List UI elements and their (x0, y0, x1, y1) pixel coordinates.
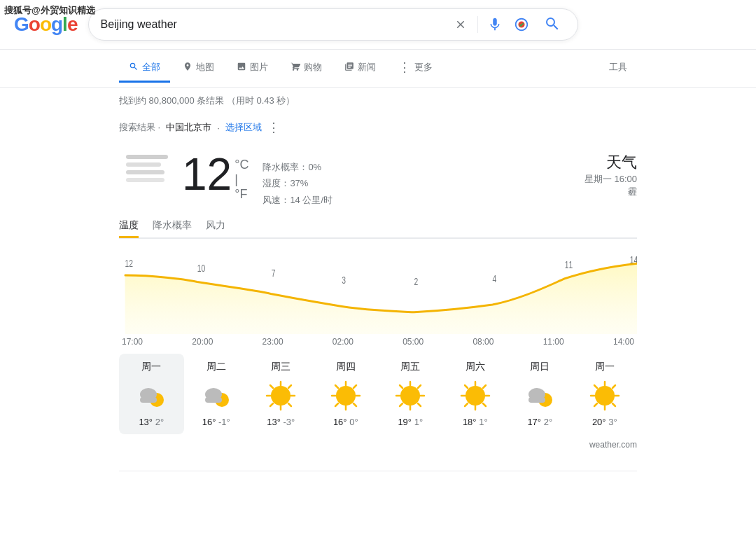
svg-text:12: 12 (125, 258, 134, 270)
time-label-6: 11:00 (543, 337, 564, 347)
day-icon-2 (265, 380, 296, 411)
celsius-unit[interactable]: °C (234, 158, 248, 172)
day-name-6: 周日 (530, 361, 550, 373)
more-options-icon[interactable]: ⋮ (267, 120, 280, 135)
chart-tab-temperature[interactable]: 温度 (119, 219, 139, 238)
weather-time: 星期一 16:00 (584, 173, 637, 186)
day-icon-0 (136, 380, 167, 411)
tab-images[interactable]: 图片 (227, 54, 278, 83)
tab-news[interactable]: 新闻 (335, 54, 386, 83)
humidity-detail: 湿度：37% (262, 175, 332, 191)
day-icon-7 (589, 380, 620, 411)
tab-news-label: 新闻 (358, 61, 376, 74)
day-icon-6 (524, 380, 555, 411)
svg-line-22 (288, 385, 291, 388)
weather-right: 天气 星期一 16:00 霾 (584, 152, 637, 198)
image-nav-icon (237, 62, 246, 74)
svg-line-61 (612, 385, 615, 388)
svg-line-30 (354, 403, 356, 406)
weather-main: 12 °C | °F 降水概率：0% 湿度：37% 风速：14 公里/时 天气 … (119, 152, 637, 208)
time-label-5: 08:00 (472, 337, 493, 347)
tab-more-label: 更多 (414, 61, 433, 74)
header: Google (0, 0, 756, 50)
close-icon (454, 18, 467, 31)
fahrenheit-unit[interactable]: °F (234, 187, 248, 202)
weather-source: weather.com (589, 440, 637, 450)
svg-text:3: 3 (342, 275, 346, 286)
mic-button[interactable] (485, 15, 505, 34)
svg-text:7: 7 (272, 268, 276, 279)
tab-all[interactable]: 全部 (119, 54, 170, 83)
svg-line-48 (483, 403, 486, 406)
lens-icon (514, 17, 529, 32)
weather-details: 降水概率：0% 湿度：37% 风速：14 公里/时 (262, 159, 332, 208)
svg-text:4: 4 (492, 273, 496, 284)
day-name-2: 周三 (271, 361, 290, 373)
forecast-day-0[interactable]: 周一 13° 2° (119, 354, 184, 434)
source-prefix: 搜索结果 · (119, 121, 160, 134)
svg-rect-11 (140, 397, 157, 403)
search-bar (88, 8, 578, 41)
more-dots-icon: ⋮ (398, 60, 411, 75)
svg-line-50 (465, 403, 468, 406)
forecast-day-4[interactable]: 周五 19° 1° (378, 354, 443, 434)
day-temps-7: 20° 3° (592, 417, 617, 427)
svg-line-41 (400, 403, 402, 406)
day-temps-0: 13° 2° (139, 417, 164, 427)
time-labels: 17:00 20:00 23:00 02:00 05:00 08:00 11:0… (119, 337, 637, 347)
search-button[interactable] (538, 15, 566, 34)
source-select-link[interactable]: 选择区域 (225, 121, 262, 134)
day-temps-3: 16° 0° (333, 417, 358, 427)
mic-icon (487, 17, 503, 32)
tab-tools[interactable]: 工具 (599, 54, 637, 83)
time-label-2: 23:00 (262, 337, 284, 347)
day-temps-1: 16° -1° (202, 417, 230, 427)
search-nav-icon (129, 62, 139, 74)
svg-point-54 (595, 386, 615, 406)
tab-maps[interactable]: 地图 (173, 54, 224, 83)
temperature-unit: °C | °F (234, 158, 248, 202)
chart-tab-precipitation[interactable]: 降水概率 (153, 219, 192, 238)
forecast-day-5[interactable]: 周六 18° 1° (443, 354, 508, 434)
svg-line-60 (612, 403, 615, 406)
tab-shopping[interactable]: 购物 (281, 54, 332, 83)
news-nav-icon (344, 62, 354, 74)
search-input[interactable] (100, 18, 444, 31)
tab-more[interactable]: ⋮ 更多 (388, 53, 442, 84)
temperature-value: 12 (182, 152, 232, 197)
chart-tabs: 温度 降水概率 风力 (119, 219, 637, 239)
day-icon-5 (460, 380, 491, 411)
weather-icon-area (119, 155, 175, 182)
weather-card: 12 °C | °F 降水概率：0% 湿度：37% 风速：14 公里/时 天气 … (119, 141, 637, 464)
lens-button[interactable] (512, 15, 531, 34)
forecast-day-3[interactable]: 周四 16° 0° (314, 354, 379, 434)
day-temps-4: 19° 1° (398, 417, 423, 427)
source-location: 中国北京市 (166, 121, 211, 134)
day-name-3: 周四 (336, 361, 356, 373)
forecast-day-6[interactable]: 周日 17° 2° (507, 354, 573, 434)
nav-tabs: 全部 地图 图片 购物 新闻 ⋮ 更多 工具 (0, 50, 756, 88)
temp-chart-svg: 12 10 7 3 2 4 11 14 (119, 250, 637, 334)
forecast-row: 周一 13° 2°周二 16° -1°周三 13° -3°周四 (119, 354, 637, 434)
map-nav-icon (183, 62, 192, 74)
chart-tab-wind[interactable]: 风力 (206, 219, 225, 238)
day-name-1: 周二 (206, 361, 226, 373)
forecast-day-2[interactable]: 周三 13° -3° (248, 354, 314, 434)
forecast-day-1[interactable]: 周二 16° -1° (184, 354, 249, 434)
forecast-day-7[interactable]: 周一 20° 3° (573, 354, 638, 434)
haze-wave-4 (126, 178, 164, 182)
day-name-4: 周五 (400, 361, 420, 373)
divider (119, 471, 637, 471)
unit-separator: | (234, 172, 248, 187)
search-submit-icon (544, 15, 561, 32)
day-icon-3 (330, 380, 361, 411)
clear-button[interactable] (451, 15, 470, 34)
svg-text:10: 10 (197, 263, 206, 275)
haze-wave-1 (126, 155, 168, 159)
haze-wave-3 (126, 170, 164, 174)
svg-text:2: 2 (414, 277, 419, 288)
shopping-nav-icon (290, 62, 300, 74)
svg-line-23 (270, 403, 273, 406)
result-count: 找到约 80,800,000 条结果 （用时 0.43 秒） (0, 88, 756, 114)
svg-line-32 (335, 403, 338, 406)
